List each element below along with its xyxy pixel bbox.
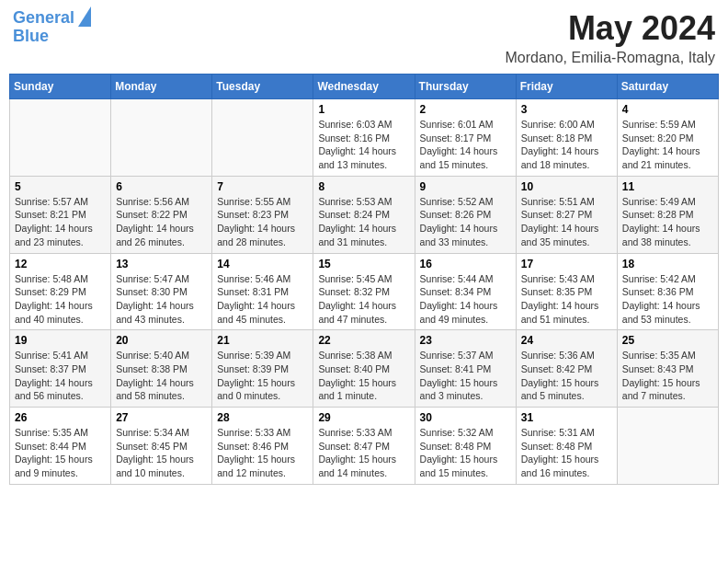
day-info: Sunrise: 5:57 AM Sunset: 8:21 PM Dayligh… — [15, 195, 106, 249]
day-info: Sunrise: 5:41 AM Sunset: 8:37 PM Dayligh… — [15, 349, 106, 403]
day-info: Sunrise: 5:38 AM Sunset: 8:40 PM Dayligh… — [318, 349, 409, 403]
cell-week3-day0: 12Sunrise: 5:48 AM Sunset: 8:29 PM Dayli… — [10, 253, 111, 330]
logo-text: General — [13, 9, 74, 28]
day-info: Sunrise: 5:56 AM Sunset: 8:22 PM Dayligh… — [116, 195, 207, 249]
cell-week5-day3: 29Sunrise: 5:33 AM Sunset: 8:47 PM Dayli… — [313, 408, 415, 485]
calendar-title: May 2024 — [505, 9, 715, 48]
day-number: 11 — [622, 180, 713, 193]
day-number: 17 — [521, 258, 612, 270]
day-info: Sunrise: 5:40 AM Sunset: 8:38 PM Dayligh… — [116, 349, 207, 403]
day-number: 27 — [116, 411, 207, 424]
cell-week3-day3: 15Sunrise: 5:45 AM Sunset: 8:32 PM Dayli… — [313, 253, 415, 330]
day-info: Sunrise: 5:53 AM Sunset: 8:24 PM Dayligh… — [318, 195, 409, 249]
day-info: Sunrise: 6:00 AM Sunset: 8:18 PM Dayligh… — [521, 118, 612, 172]
logo-blue-text: Blue — [13, 28, 49, 46]
cell-week3-day2: 14Sunrise: 5:46 AM Sunset: 8:31 PM Dayli… — [212, 253, 313, 330]
day-number: 26 — [15, 411, 106, 424]
day-number: 25 — [622, 334, 713, 347]
day-number: 15 — [318, 258, 409, 270]
day-info: Sunrise: 5:42 AM Sunset: 8:36 PM Dayligh… — [622, 272, 713, 327]
cell-week5-day2: 28Sunrise: 5:33 AM Sunset: 8:46 PM Dayli… — [212, 408, 313, 485]
cell-week5-day5: 31Sunrise: 5:31 AM Sunset: 8:48 PM Dayli… — [516, 408, 617, 485]
day-number: 5 — [15, 180, 106, 193]
cell-week2-day6: 11Sunrise: 5:49 AM Sunset: 8:28 PM Dayli… — [617, 176, 718, 253]
day-info: Sunrise: 5:35 AM Sunset: 8:44 PM Dayligh… — [15, 426, 106, 480]
day-info: Sunrise: 5:43 AM Sunset: 8:35 PM Dayligh… — [521, 272, 612, 327]
calendar-subtitle: Mordano, Emilia-Romagna, Italy — [505, 50, 715, 66]
cell-week5-day6 — [617, 408, 718, 485]
day-info: Sunrise: 6:03 AM Sunset: 8:16 PM Dayligh… — [318, 118, 409, 172]
logo: General Blue — [13, 9, 91, 46]
day-number: 3 — [521, 103, 612, 116]
day-number: 23 — [420, 334, 511, 347]
cell-week2-day2: 7Sunrise: 5:55 AM Sunset: 8:23 PM Daylig… — [212, 176, 313, 253]
day-info: Sunrise: 5:45 AM Sunset: 8:32 PM Dayligh… — [318, 272, 409, 327]
header: General Blue May 2024 Mordano, Emilia-Ro… — [9, 9, 719, 66]
header-monday: Monday — [111, 75, 212, 99]
cell-week1-day4: 2Sunrise: 6:01 AM Sunset: 8:17 PM Daylig… — [415, 99, 516, 177]
cell-week1-day6: 4Sunrise: 5:59 AM Sunset: 8:20 PM Daylig… — [617, 99, 718, 177]
week-row-5: 26Sunrise: 5:35 AM Sunset: 8:44 PM Dayli… — [10, 408, 719, 485]
day-info: Sunrise: 5:33 AM Sunset: 8:46 PM Dayligh… — [217, 426, 308, 480]
cell-week5-day1: 27Sunrise: 5:34 AM Sunset: 8:45 PM Dayli… — [111, 408, 212, 485]
day-number: 31 — [521, 411, 612, 424]
day-number: 18 — [622, 258, 713, 270]
day-number: 20 — [116, 334, 207, 347]
day-number: 2 — [420, 103, 511, 116]
cell-week4-day6: 25Sunrise: 5:35 AM Sunset: 8:43 PM Dayli… — [617, 330, 718, 408]
day-number: 22 — [318, 334, 409, 347]
header-sunday: Sunday — [10, 75, 111, 99]
cell-week2-day0: 5Sunrise: 5:57 AM Sunset: 8:21 PM Daylig… — [10, 176, 111, 253]
day-info: Sunrise: 5:36 AM Sunset: 8:42 PM Dayligh… — [521, 349, 612, 403]
day-info: Sunrise: 5:44 AM Sunset: 8:34 PM Dayligh… — [420, 272, 511, 327]
day-info: Sunrise: 5:33 AM Sunset: 8:47 PM Dayligh… — [318, 426, 409, 480]
header-saturday: Saturday — [617, 75, 718, 99]
day-info: Sunrise: 5:48 AM Sunset: 8:29 PM Dayligh… — [15, 272, 106, 327]
cell-week1-day0 — [10, 99, 111, 177]
cell-week1-day1 — [111, 99, 212, 177]
day-info: Sunrise: 5:37 AM Sunset: 8:41 PM Dayligh… — [420, 349, 511, 403]
cell-week2-day5: 10Sunrise: 5:51 AM Sunset: 8:27 PM Dayli… — [516, 176, 617, 253]
calendar-header-row: SundayMondayTuesdayWednesdayThursdayFrid… — [10, 75, 719, 99]
week-row-4: 19Sunrise: 5:41 AM Sunset: 8:37 PM Dayli… — [10, 330, 719, 408]
day-info: Sunrise: 5:39 AM Sunset: 8:39 PM Dayligh… — [217, 349, 308, 403]
day-number: 6 — [116, 180, 207, 193]
header-tuesday: Tuesday — [212, 75, 313, 99]
day-info: Sunrise: 5:46 AM Sunset: 8:31 PM Dayligh… — [217, 272, 308, 327]
title-area: May 2024 Mordano, Emilia-Romagna, Italy — [505, 9, 715, 66]
week-row-3: 12Sunrise: 5:48 AM Sunset: 8:29 PM Dayli… — [10, 253, 719, 330]
cell-week1-day2 — [212, 99, 313, 177]
header-wednesday: Wednesday — [313, 75, 415, 99]
day-number: 13 — [116, 258, 207, 270]
cell-week3-day4: 16Sunrise: 5:44 AM Sunset: 8:34 PM Dayli… — [415, 253, 516, 330]
day-info: Sunrise: 5:52 AM Sunset: 8:26 PM Dayligh… — [420, 195, 511, 249]
day-number: 7 — [217, 180, 308, 193]
day-info: Sunrise: 5:59 AM Sunset: 8:20 PM Dayligh… — [622, 118, 713, 172]
cell-week3-day1: 13Sunrise: 5:47 AM Sunset: 8:30 PM Dayli… — [111, 253, 212, 330]
day-number: 19 — [15, 334, 106, 347]
cell-week2-day3: 8Sunrise: 5:53 AM Sunset: 8:24 PM Daylig… — [313, 176, 415, 253]
day-number: 29 — [318, 411, 409, 424]
day-number: 1 — [318, 103, 409, 116]
cell-week4-day3: 22Sunrise: 5:38 AM Sunset: 8:40 PM Dayli… — [313, 330, 415, 408]
day-number: 16 — [420, 258, 511, 270]
day-info: Sunrise: 5:31 AM Sunset: 8:48 PM Dayligh… — [521, 426, 612, 480]
day-number: 14 — [217, 258, 308, 270]
week-row-1: 1Sunrise: 6:03 AM Sunset: 8:16 PM Daylig… — [10, 99, 719, 177]
day-number: 12 — [15, 258, 106, 270]
cell-week1-day3: 1Sunrise: 6:03 AM Sunset: 8:16 PM Daylig… — [313, 99, 415, 177]
cell-week4-day0: 19Sunrise: 5:41 AM Sunset: 8:37 PM Dayli… — [10, 330, 111, 408]
cell-week4-day1: 20Sunrise: 5:40 AM Sunset: 8:38 PM Dayli… — [111, 330, 212, 408]
day-number: 30 — [420, 411, 511, 424]
day-info: Sunrise: 5:47 AM Sunset: 8:30 PM Dayligh… — [116, 272, 207, 327]
day-number: 21 — [217, 334, 308, 347]
cell-week5-day4: 30Sunrise: 5:32 AM Sunset: 8:48 PM Dayli… — [415, 408, 516, 485]
header-friday: Friday — [516, 75, 617, 99]
day-info: Sunrise: 5:35 AM Sunset: 8:43 PM Dayligh… — [622, 349, 713, 403]
header-thursday: Thursday — [415, 75, 516, 99]
cell-week2-day1: 6Sunrise: 5:56 AM Sunset: 8:22 PM Daylig… — [111, 176, 212, 253]
day-number: 9 — [420, 180, 511, 193]
cell-week1-day5: 3Sunrise: 6:00 AM Sunset: 8:18 PM Daylig… — [516, 99, 617, 177]
day-number: 28 — [217, 411, 308, 424]
day-number: 24 — [521, 334, 612, 347]
